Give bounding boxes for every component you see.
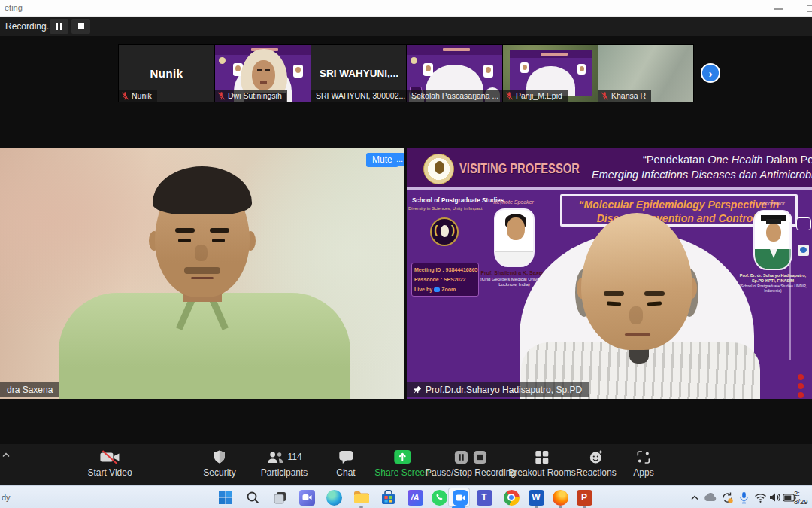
share-screen-button[interactable]: Share Screen	[374, 449, 429, 478]
mic-off-icon	[505, 92, 514, 100]
participants-count: 114	[287, 452, 301, 462]
school-name: School of Postgraduate Studies	[412, 196, 478, 204]
teams-chat-icon	[299, 490, 315, 506]
reactions-button[interactable]: Reactions	[576, 449, 616, 478]
participant-tile-panji[interactable]: Panji_M.Epid	[503, 45, 598, 102]
word-icon: W	[529, 490, 544, 506]
edge-browser-button[interactable]	[325, 488, 343, 506]
search-button[interactable]	[244, 488, 262, 506]
apps-button[interactable]: Apps	[633, 449, 653, 478]
participant-name-tag: Prof.Dr.dr.Suharyo Hadisaputro, Sp.PD	[407, 382, 589, 397]
start-button[interactable]	[217, 488, 235, 506]
zoom-meeting-window: eting Recording... Nunik Nunik	[0, 0, 812, 508]
firefox-button[interactable]	[551, 488, 569, 506]
sync-tray-button[interactable]	[718, 488, 736, 506]
breakout-rooms-icon	[535, 449, 550, 465]
university-logo	[423, 154, 454, 184]
meeting-passcode: Passcode : SPS2022	[414, 275, 476, 284]
video-panel-speaker-left[interactable]: Mute ... dra Saxena	[0, 148, 404, 399]
a-app-button[interactable]: /A	[406, 488, 424, 506]
chat-bubble-icon	[338, 449, 353, 465]
participant-tile-nunik[interactable]: Nunik Nunik	[119, 45, 214, 102]
file-explorer-icon	[353, 491, 369, 504]
taskbar-clock[interactable]: 2: 8/29	[794, 489, 808, 506]
breakout-rooms-label: Breakout Rooms	[508, 467, 575, 478]
participant-tile-sri-wahyuni[interactable]: SRI WAHYUNI,... SRI WAHYUNI, 300002...	[311, 45, 407, 102]
participants-label: Participants	[261, 467, 308, 478]
keynote-speaker-label: Keynote Speaker	[488, 199, 539, 205]
zoom-app-button[interactable]	[451, 488, 469, 506]
stop-recording-icon[interactable]	[71, 19, 90, 34]
name-tag-text: Prof.Dr.dr.Suharyo Hadisaputro, Sp.PD	[426, 385, 582, 395]
microphone-tray-button[interactable]	[735, 488, 753, 506]
security-button[interactable]: Security	[203, 449, 235, 478]
chat-label: Chat	[336, 467, 355, 478]
participant-name-tag: dra Saxena	[0, 382, 59, 397]
window-titlebar: eting	[0, 0, 812, 17]
window-title: eting	[5, 3, 23, 12]
participants-icon	[266, 451, 284, 464]
wifi-icon	[754, 493, 767, 503]
tile-label-text: SRI WAHYUNI, 300002...	[316, 91, 405, 100]
participant-tile-sekolah-pascasarjana[interactable]: Sekolah Pascasarjana ...	[407, 45, 502, 102]
apps-icon	[636, 449, 650, 465]
reactions-smiley-icon	[589, 449, 604, 465]
microsoft-store-icon	[381, 490, 395, 505]
presenter-hair	[153, 166, 252, 214]
mic-off-icon	[217, 92, 226, 100]
mic-off-icon	[121, 92, 129, 100]
microphone-icon	[739, 491, 749, 504]
presenter-face	[581, 213, 692, 350]
tile-label-text: Dwi Sutiningsih	[228, 91, 282, 100]
share-screen-label: Share Screen	[374, 467, 429, 478]
pause-recording-icon[interactable]	[50, 19, 68, 34]
windows-logo-icon	[218, 490, 233, 505]
video-panel-speaker-right[interactable]: VISITING PROFESSOR “Pendekatan One Healt…	[407, 148, 812, 399]
weather-widget-partial[interactable]: dy	[2, 493, 11, 502]
next-page-arrow-icon[interactable]: ›	[701, 63, 720, 83]
speaker-icon	[769, 492, 781, 503]
participant-tile-dwi-sutiningsih[interactable]: Dwi Sutiningsih	[215, 45, 311, 102]
more-options-button[interactable]: ...	[394, 153, 404, 166]
teams-button[interactable]: T	[475, 488, 493, 506]
pause-stop-recording-button[interactable]: Pause/Stop Recording	[426, 449, 516, 478]
onedrive-tray-button[interactable]	[701, 488, 720, 506]
start-video-label: Start Video	[87, 467, 132, 478]
presenter-shirt	[59, 293, 350, 399]
minimize-icon[interactable]	[774, 8, 783, 10]
firefox-icon	[553, 490, 568, 506]
reactions-label: Reactions	[576, 467, 616, 478]
edge-icon	[326, 490, 342, 506]
whatsapp-icon	[432, 490, 447, 506]
powerpoint-button[interactable]: P	[575, 488, 593, 506]
word-button[interactable]: W	[527, 488, 545, 506]
camera-off-icon	[99, 449, 120, 465]
meeting-live-by: Live byZoom	[414, 284, 476, 294]
school-tagline: Diversity in Sciences, Unity in Impact	[408, 206, 482, 211]
chrome-button[interactable]	[502, 488, 520, 506]
restore-icon[interactable]	[807, 5, 812, 12]
face	[252, 60, 275, 90]
participant-tile-khansa[interactable]: Khansa R	[598, 45, 693, 102]
zoom-toolbar: Start Video Security 114 Participants Ch…	[0, 444, 812, 485]
pin-icon	[414, 385, 422, 394]
chat-button[interactable]: Chat	[336, 449, 355, 478]
microsoft-store-button[interactable]	[379, 488, 397, 506]
unmute-caret-icon[interactable]	[2, 452, 11, 458]
moderator-name: Prof. Dr. dr. Suharyo Hadisaputro, Sp.PD…	[736, 273, 810, 283]
mic-off-icon	[601, 92, 609, 100]
teams-icon: T	[477, 490, 492, 506]
pause-stop-recording-label: Pause/Stop Recording	[426, 467, 516, 478]
file-explorer-button[interactable]	[352, 488, 370, 506]
start-video-button[interactable]: Start Video	[87, 449, 132, 478]
slide-header-line2: Emerging Infections Diseases dan Antimic…	[592, 169, 812, 181]
tile-name-label: Panji_M.Epid	[503, 90, 568, 102]
sps-logo: ( )	[430, 217, 459, 246]
teams-chat-button[interactable]	[298, 488, 316, 506]
breakout-rooms-button[interactable]: Breakout Rooms	[508, 449, 575, 478]
clock-time: 2:	[794, 489, 808, 497]
whatsapp-button[interactable]	[430, 488, 448, 506]
participants-button[interactable]: 114 Participants	[261, 449, 308, 478]
slide-header-line1: “Pendekatan One Health Dalam Penge	[643, 154, 812, 166]
task-view-button[interactable]	[271, 488, 289, 506]
